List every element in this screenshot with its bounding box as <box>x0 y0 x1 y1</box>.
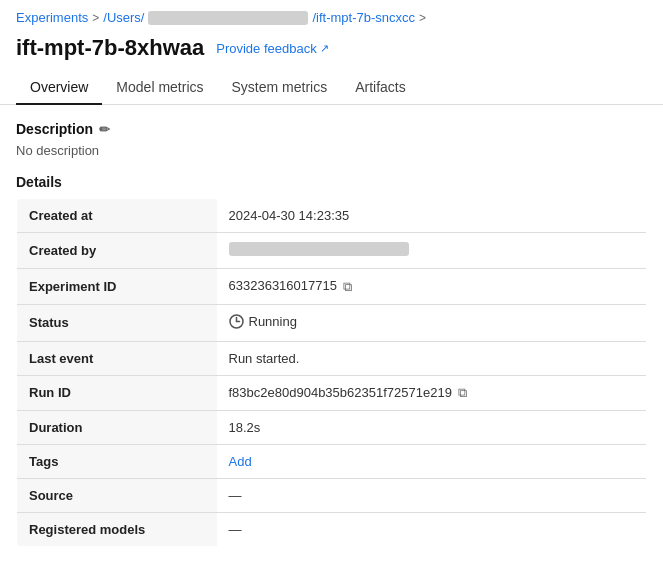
clock-icon <box>229 314 244 329</box>
breadcrumb-sep1: > <box>92 11 99 25</box>
row-key-source: Source <box>17 479 217 513</box>
table-row: Tags Add <box>17 445 647 479</box>
row-key-created-at: Created at <box>17 199 217 233</box>
row-key-status: Status <box>17 304 217 341</box>
row-value-experiment-id: 633236316017715 ⧉ <box>217 269 647 305</box>
table-row: Source — <box>17 479 647 513</box>
run-id-value: f83bc2e80d904b35b62351f72571e219 <box>229 385 452 400</box>
tab-artifacts[interactable]: Artifacts <box>341 71 420 105</box>
status-text: Running <box>249 314 297 329</box>
copy-experiment-id-button[interactable]: ⧉ <box>341 279 354 295</box>
copy-run-id-button[interactable]: ⧉ <box>456 385 469 401</box>
row-key-duration: Duration <box>17 411 217 445</box>
external-link-icon: ↗ <box>320 42 329 55</box>
experiment-id-value: 633236316017715 <box>229 278 337 293</box>
table-row: Duration 18.2s <box>17 411 647 445</box>
status-badge: Running <box>229 314 297 329</box>
tab-system-metrics[interactable]: System metrics <box>218 71 342 105</box>
breadcrumb-blurred <box>148 11 308 25</box>
description-value: No description <box>16 143 647 158</box>
description-label-text: Description <box>16 121 93 137</box>
row-value-tags: Add <box>217 445 647 479</box>
row-key-run-id: Run ID <box>17 375 217 411</box>
row-key-last-event: Last event <box>17 341 217 375</box>
row-key-registered-models: Registered models <box>17 513 217 547</box>
row-value-last-event: Run started. <box>217 341 647 375</box>
page-header: ift-mpt-7b-8xhwaa Provide feedback ↗ <box>0 31 663 61</box>
breadcrumb: Experiments > /Users/ /ift-mpt-7b-sncxcc… <box>0 0 663 31</box>
table-row: Experiment ID 633236316017715 ⧉ <box>17 269 647 305</box>
details-section-label: Details <box>16 174 647 190</box>
breadcrumb-sep2: > <box>419 11 426 25</box>
row-value-created-at: 2024-04-30 14:23:35 <box>217 199 647 233</box>
tab-overview[interactable]: Overview <box>16 71 102 105</box>
breadcrumb-experiments[interactable]: Experiments <box>16 10 88 25</box>
add-tags-link[interactable]: Add <box>229 454 252 469</box>
table-row: Created by <box>17 233 647 269</box>
breadcrumb-run[interactable]: /ift-mpt-7b-sncxcc <box>312 10 415 25</box>
table-row: Run ID f83bc2e80d904b35b62351f72571e219 … <box>17 375 647 411</box>
row-value-status: Running <box>217 304 647 341</box>
feedback-label: Provide feedback <box>216 41 316 56</box>
row-key-tags: Tags <box>17 445 217 479</box>
row-value-source: — <box>217 479 647 513</box>
edit-icon[interactable]: ✏ <box>99 122 110 137</box>
row-value-registered-models: — <box>217 513 647 547</box>
feedback-link[interactable]: Provide feedback ↗ <box>216 41 328 56</box>
row-value-created-by <box>217 233 647 269</box>
content: Description ✏ No description Details Cre… <box>0 105 663 563</box>
row-value-duration: 18.2s <box>217 411 647 445</box>
row-key-experiment-id: Experiment ID <box>17 269 217 305</box>
row-key-created-by: Created by <box>17 233 217 269</box>
table-row: Registered models — <box>17 513 647 547</box>
tabs: Overview Model metrics System metrics Ar… <box>0 71 663 105</box>
row-value-run-id: f83bc2e80d904b35b62351f72571e219 ⧉ <box>217 375 647 411</box>
breadcrumb-users[interactable]: /Users/ <box>103 10 144 25</box>
description-section-label: Description ✏ <box>16 121 647 137</box>
page-title: ift-mpt-7b-8xhwaa <box>16 35 204 61</box>
created-by-blurred <box>229 242 409 256</box>
details-table: Created at 2024-04-30 14:23:35 Created b… <box>16 198 647 547</box>
tab-model-metrics[interactable]: Model metrics <box>102 71 217 105</box>
table-row: Created at 2024-04-30 14:23:35 <box>17 199 647 233</box>
table-row: Last event Run started. <box>17 341 647 375</box>
table-row: Status Running <box>17 304 647 341</box>
